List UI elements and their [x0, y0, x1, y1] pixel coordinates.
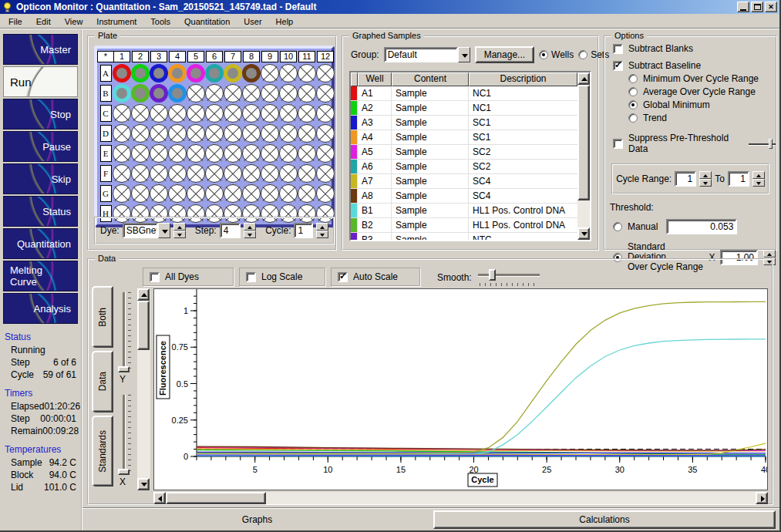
scroll-thumb[interactable] [577, 85, 590, 200]
menu-edit[interactable]: Edit [29, 15, 58, 29]
well-D6[interactable] [205, 124, 224, 143]
well-D9[interactable] [261, 124, 279, 143]
plot-tab-data[interactable]: Data [92, 351, 113, 412]
well-B11[interactable] [298, 84, 316, 103]
subtract-baseline-checkbox[interactable]: ✓ [613, 61, 623, 71]
menu-file[interactable]: File [2, 15, 29, 29]
table-row-A5[interactable]: A5SampleSC2 [351, 145, 590, 160]
plot-vertical-scrollbar[interactable] [137, 288, 150, 490]
cycle-input[interactable]: 1 [294, 223, 313, 238]
log-scale-option[interactable]: ✓ Log Scale [239, 268, 325, 286]
table-row-A1[interactable]: A1SampleNC1 [351, 86, 590, 101]
well-G1[interactable] [113, 184, 131, 203]
suppress-pre-threshold-option[interactable]: ✓ Suppress Pre-Threshold Data [613, 133, 776, 154]
sidebar-button-melting-curve[interactable]: Melting Curve [3, 261, 78, 291]
well-B9[interactable] [261, 84, 279, 103]
well-C6[interactable] [205, 104, 224, 123]
well-B2[interactable] [131, 84, 150, 103]
cycle-range-to-spinner[interactable] [752, 171, 765, 187]
well-E12[interactable] [316, 144, 335, 163]
well-B12[interactable] [316, 84, 335, 103]
subtract-blanks-option[interactable]: ✓ Subtract Blanks [613, 43, 776, 54]
baseline-radio-1[interactable]: Average Over Cycle Range [628, 86, 776, 97]
well-A2[interactable] [131, 64, 150, 82]
auto-scale-option[interactable]: ✓ Auto Scale [331, 268, 420, 286]
well-C12[interactable] [316, 104, 335, 123]
well-G10[interactable] [279, 184, 298, 203]
baseline-radio-circle[interactable] [628, 87, 638, 96]
plot-scroll-down-arrow-icon[interactable] [137, 478, 150, 490]
well-E3[interactable] [150, 144, 168, 163]
scroll-up-arrow-icon[interactable] [577, 72, 590, 85]
well-A4[interactable] [168, 64, 187, 82]
well-D3[interactable] [150, 124, 168, 143]
well-E5[interactable] [187, 144, 205, 163]
well-C5[interactable] [187, 104, 205, 123]
table-row-A8[interactable]: A8SampleSC4 [351, 189, 590, 204]
well-D1[interactable] [113, 124, 131, 143]
well-G2[interactable] [131, 184, 150, 203]
well-C10[interactable] [279, 104, 298, 123]
sidebar-button-analysis[interactable]: Analysis [3, 293, 78, 324]
well-A3[interactable] [150, 64, 168, 82]
menu-help[interactable]: Help [269, 15, 301, 29]
plot-scroll-left-arrow-icon[interactable] [153, 492, 166, 504]
well-C2[interactable] [131, 104, 150, 123]
well-F3[interactable] [150, 164, 168, 183]
well-F10[interactable] [279, 164, 298, 183]
well-F7[interactable] [224, 164, 242, 183]
well-E10[interactable] [279, 144, 298, 163]
sidebar-button-skip[interactable]: Skip [3, 163, 78, 194]
well-F8[interactable] [242, 164, 261, 183]
baseline-radio-circle[interactable] [628, 100, 638, 109]
auto-scale-checkbox[interactable]: ✓ [338, 272, 348, 282]
plot-scroll-right-arrow-icon[interactable] [756, 492, 768, 504]
well-A7[interactable] [224, 64, 242, 82]
well-F2[interactable] [131, 164, 150, 183]
manual-threshold-input[interactable]: 0.053 [666, 219, 737, 234]
maximize-button[interactable] [751, 2, 763, 12]
sets-radio-circle[interactable] [578, 50, 587, 59]
x-zoom-slider[interactable]: X [116, 395, 135, 486]
plot-vscroll-thumb[interactable] [137, 301, 150, 350]
suppress-checkbox[interactable]: ✓ [613, 139, 623, 149]
well-A12[interactable] [316, 64, 335, 82]
well-G9[interactable] [261, 184, 279, 203]
close-button[interactable]: ✕ [765, 2, 777, 12]
description-column-header[interactable]: Description [469, 72, 577, 86]
suppress-slider[interactable] [749, 139, 776, 149]
well-F12[interactable] [316, 164, 335, 183]
well-E7[interactable] [224, 144, 242, 163]
table-row-B2[interactable]: B2SampleHL1 Pos. Control DNA [351, 218, 590, 233]
well-B3[interactable] [150, 84, 168, 103]
well-D7[interactable] [224, 124, 242, 143]
plot-tab-standards[interactable]: Standards [92, 416, 113, 487]
well-F4[interactable] [168, 164, 187, 183]
well-B4[interactable] [168, 84, 187, 103]
well-C8[interactable] [242, 104, 261, 123]
tab-calculations[interactable]: Calculations [433, 510, 776, 529]
well-G4[interactable] [168, 184, 187, 203]
well-C1[interactable] [113, 104, 131, 123]
minimize-button[interactable] [737, 2, 749, 12]
sidebar-button-quantitation[interactable]: Quantitation [3, 228, 78, 259]
well-G7[interactable] [224, 184, 242, 203]
well-F6[interactable] [205, 164, 224, 183]
well-F1[interactable] [113, 164, 131, 183]
all-dyes-checkbox[interactable]: ✓ [150, 272, 160, 282]
cycle-range-to-input[interactable]: 1 [728, 171, 749, 187]
well-A5[interactable] [187, 64, 205, 82]
baseline-radio-2[interactable]: Global Minimum [628, 99, 776, 110]
group-dropdown-arrow-icon[interactable] [458, 47, 470, 62]
baseline-radio-circle[interactable] [628, 74, 638, 83]
well-G8[interactable] [242, 184, 261, 203]
well-A9[interactable] [261, 64, 279, 82]
table-row-B1[interactable]: B1SampleHL1 Pos. Control DNA [351, 204, 590, 218]
well-C7[interactable] [224, 104, 242, 123]
menu-tools[interactable]: Tools [143, 15, 177, 29]
plot-hscroll-thumb[interactable] [166, 492, 266, 504]
sidebar-button-status[interactable]: Status [3, 196, 78, 227]
cycle-range-from-spinner[interactable] [699, 171, 712, 187]
baseline-radio-3[interactable]: Trend [628, 113, 776, 123]
plot-tab-both[interactable]: Both [92, 286, 113, 348]
